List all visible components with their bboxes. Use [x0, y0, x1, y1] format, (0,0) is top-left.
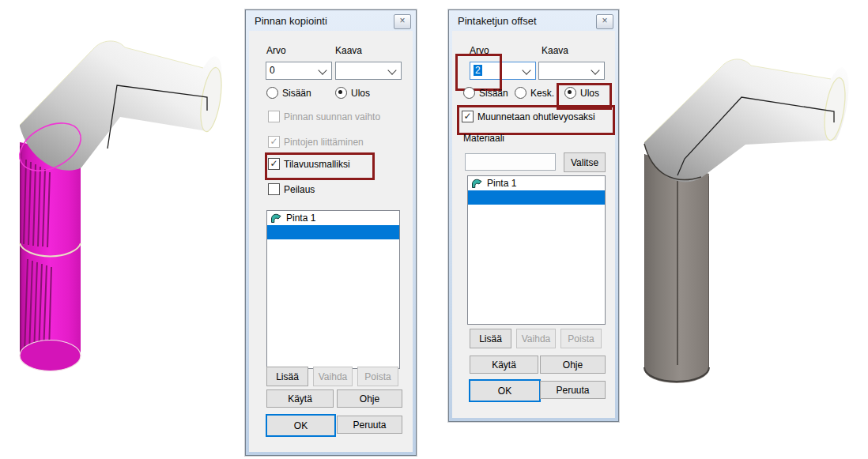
checkbox-checked-icon: ✓: [462, 111, 474, 122]
radio-icon: [266, 87, 278, 99]
lisaa-button[interactable]: Lisää: [470, 329, 511, 348]
chevron-down-icon: [387, 66, 396, 74]
kaava-label: Kaava: [542, 45, 568, 56]
poista-button[interactable]: Poista: [357, 367, 398, 386]
chevron-down-icon: [318, 66, 326, 74]
list-selected-row[interactable]: [468, 190, 605, 205]
checkbox-label: Peilaus: [284, 184, 315, 195]
surface-listbox[interactable]: Pinta 1: [266, 210, 400, 369]
chevron-down-icon: [591, 66, 599, 74]
dialog-pintaketjun-offset: Pintaketjun offset × Arvo Kaava 2 Sisään…: [448, 9, 619, 422]
white-elbow-tube: [644, 59, 848, 182]
radio-ulos[interactable]: Ulos: [335, 87, 370, 99]
arvo-combobox-value: 2: [474, 65, 482, 76]
vaihda-button[interactable]: Vaihda: [313, 367, 353, 386]
arvo-label: Arvo: [470, 45, 489, 56]
surface-icon: [270, 213, 282, 224]
checkbox-icon: [268, 111, 280, 122]
checkbox-checked-icon: ✓: [268, 158, 280, 170]
surface-icon: [471, 178, 483, 189]
checkbox-pintojen-liittaminen[interactable]: ✓ Pintojen liittäminen: [268, 136, 364, 148]
lisaa-button[interactable]: Lisää: [266, 367, 308, 386]
list-item-pinta-1[interactable]: Pinta 1: [468, 176, 605, 190]
dialog-title: Pintaketjun offset: [458, 15, 537, 27]
radio-sisaan-label: Sisään: [479, 88, 508, 99]
chevron-down-icon: [522, 66, 530, 74]
radio-sisaan[interactable]: Sisään: [266, 87, 311, 99]
radio-sisaan-label: Sisään: [282, 88, 311, 99]
dialog-pinnan-kopiointi: Pinnan kopiointi × Arvo Kaava 0 Sisään U…: [245, 9, 417, 456]
vaihda-button[interactable]: Vaihda: [516, 329, 556, 348]
ok-button[interactable]: OK: [469, 379, 541, 402]
close-icon[interactable]: ×: [394, 14, 411, 29]
checkbox-label: Pinnan suunnan vaihto: [284, 111, 380, 122]
ok-button[interactable]: OK: [266, 414, 336, 437]
checkbox-icon: [268, 183, 280, 195]
checkbox-peilaus[interactable]: Peilaus: [268, 183, 315, 195]
checkbox-pinnan-suunnan-vaihto[interactable]: Pinnan suunnan vaihto: [268, 111, 380, 122]
kaava-combobox[interactable]: [335, 62, 402, 80]
list-item-pinta-1[interactable]: Pinta 1: [267, 211, 399, 225]
close-icon[interactable]: ×: [596, 14, 613, 29]
model-left-magenta-pipe: [0, 16, 237, 383]
desktop-canvas: Pinnan kopiointi × Arvo Kaava 0 Sisään U…: [0, 0, 868, 459]
list-item-label: Pinta 1: [487, 178, 516, 189]
cylinder-bottom-opening: [20, 340, 81, 371]
radio-ulos[interactable]: Ulos: [564, 87, 599, 99]
radio-kesk[interactable]: Kesk.: [515, 87, 554, 99]
radio-icon: [463, 87, 475, 99]
kayta-button[interactable]: Käytä: [470, 356, 538, 374]
list-item-label: Pinta 1: [286, 213, 315, 224]
titlebar[interactable]: Pintaketjun offset ×: [449, 10, 618, 31]
checkbox-checked-icon: ✓: [268, 136, 280, 148]
ohje-button[interactable]: Ohje: [540, 356, 606, 374]
arvo-combobox[interactable]: 0: [266, 62, 332, 80]
poista-button[interactable]: Poista: [560, 329, 602, 348]
arvo-combobox[interactable]: 2: [470, 62, 536, 80]
ohje-button[interactable]: Ohje: [337, 389, 402, 408]
white-elbow-tube: [20, 41, 221, 171]
arvo-label: Arvo: [266, 45, 286, 56]
radio-kesk-label: Kesk.: [530, 88, 554, 99]
checkbox-label: Pintojen liittäminen: [284, 137, 364, 148]
material-field[interactable]: [465, 153, 556, 171]
valitse-button[interactable]: Valitse: [564, 152, 606, 172]
surface-listbox[interactable]: Pinta 1: [467, 175, 606, 325]
list-selected-row[interactable]: [267, 225, 399, 239]
materiaali-label: Materiaali: [463, 133, 504, 144]
checkbox-tilavuusmalliksi[interactable]: ✓ Tilavuusmalliksi: [268, 158, 350, 170]
kayta-button[interactable]: Käytä: [266, 389, 334, 408]
radio-selected-icon: [335, 87, 347, 99]
radio-icon: [515, 87, 526, 99]
gray-cylinder-body: [644, 154, 709, 383]
titlebar[interactable]: Pinnan kopiointi ×: [246, 10, 416, 31]
model-right-gray-pipe: [632, 43, 868, 395]
dialog-title: Pinnan kopiointi: [255, 15, 327, 27]
checkbox-label: Muunnetaan ohutlevyosaksi: [477, 111, 595, 122]
checkbox-label: Tilavuusmalliksi: [284, 159, 350, 170]
arvo-combobox-value: 0: [270, 65, 275, 76]
radio-sisaan[interactable]: Sisään: [463, 87, 508, 99]
radio-selected-icon: [564, 87, 576, 99]
peruuta-button[interactable]: Peruuta: [337, 416, 402, 434]
kaava-combobox[interactable]: [538, 62, 605, 80]
radio-ulos-label: Ulos: [580, 88, 599, 99]
checkbox-muunnetaan-ohutlevyosaksi[interactable]: ✓ Muunnetaan ohutlevyosaksi: [462, 111, 595, 122]
radio-ulos-label: Ulos: [351, 88, 370, 99]
peruuta-button[interactable]: Peruuta: [540, 381, 606, 399]
kaava-label: Kaava: [335, 45, 362, 56]
